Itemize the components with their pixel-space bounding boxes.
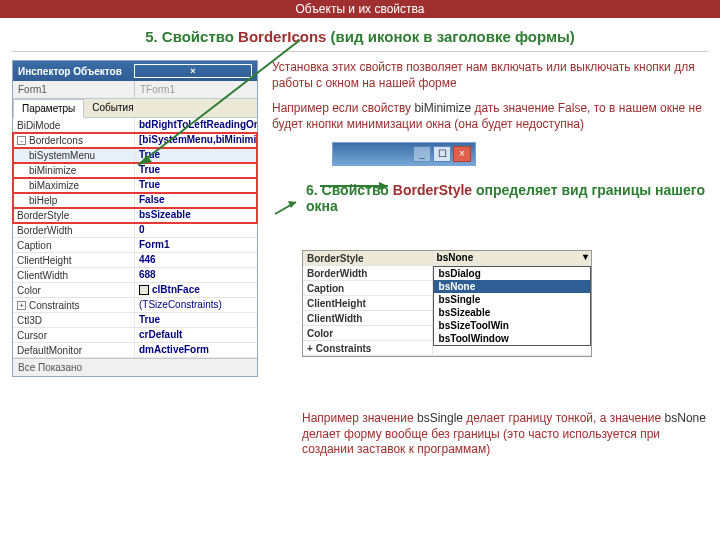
dropdown-item[interactable]: bsSizeable — [434, 306, 590, 319]
property-value[interactable]: 446 — [135, 253, 257, 267]
property-name: ClientHeight — [13, 253, 135, 267]
property-row[interactable]: Ctl3DTrue — [13, 313, 257, 328]
property-value[interactable]: True — [135, 148, 257, 162]
property-name: biHelp — [13, 193, 135, 207]
dropdown-item[interactable]: bsToolWindow — [434, 332, 590, 345]
inspector-footer: Все Показано — [13, 358, 257, 376]
property-row[interactable]: biHelpFalse — [13, 193, 257, 208]
bn-a: Например значение — [302, 411, 417, 425]
snippet-name: ClientHeight — [303, 296, 433, 310]
property-row[interactable]: BiDiModebdRightToLeftReadingOnly — [13, 118, 257, 133]
dropdown-item[interactable]: bsNone — [434, 280, 590, 293]
property-row[interactable]: ClientHeight446 — [13, 253, 257, 268]
window-demo: _ ☐ × — [332, 142, 476, 166]
property-value[interactable]: [biSystemMenu,biMinimize,biMaximi: — [135, 133, 257, 147]
para2-b: biMinimize — [414, 101, 471, 115]
close-button[interactable]: × — [453, 146, 471, 162]
dropdown-item[interactable]: bsSizeToolWin — [434, 319, 590, 332]
h6-num: 6. Свойство — [306, 182, 393, 198]
object-selector[interactable]: Form1 TForm1 — [13, 81, 257, 99]
property-row[interactable]: CursorcrDefault — [13, 328, 257, 343]
heading-5-num: 5. Свойство — [145, 28, 238, 45]
window-demo-wrap: _ ☐ × — [332, 142, 708, 166]
property-value[interactable]: clBtnFace — [135, 283, 257, 297]
property-name: Color — [13, 283, 135, 297]
property-snippet[interactable]: BorderStylebsNone▾bsDialogbsNonebsSingle… — [302, 250, 592, 357]
dropdown-item[interactable]: bsDialog — [434, 267, 590, 280]
property-row[interactable]: BorderStylebsSizeable — [13, 208, 257, 223]
arrow-icon — [272, 184, 300, 244]
snippet-name: ClientWidth — [303, 311, 433, 325]
property-value[interactable]: True — [135, 178, 257, 192]
paragraph-2: Например если свойству biMinimize дать з… — [272, 101, 708, 132]
property-name: Ctl3D — [13, 313, 135, 327]
property-name: biMaximize — [13, 178, 135, 192]
property-row[interactable]: ColorclBtnFace — [13, 283, 257, 298]
snippet-name: Caption — [303, 281, 433, 295]
paragraph-1: Установка этих свойств позволяет нам вкл… — [272, 60, 708, 91]
property-value[interactable]: False — [135, 193, 257, 207]
tab-events[interactable]: События — [84, 99, 141, 117]
property-value[interactable]: dmActiveForm — [135, 343, 257, 357]
property-row[interactable]: biMaximizeTrue — [13, 178, 257, 193]
property-row[interactable]: CaptionForm1 — [13, 238, 257, 253]
chevron-down-icon[interactable]: ▾ — [583, 251, 588, 262]
property-value[interactable]: crDefault — [135, 328, 257, 342]
property-grid[interactable]: BiDiModebdRightToLeftReadingOnly-BorderI… — [13, 118, 257, 358]
property-value[interactable]: bdRightToLeftReadingOnly — [135, 118, 257, 132]
property-row[interactable]: BorderWidth0 — [13, 223, 257, 238]
property-row[interactable]: biSystemMenuTrue — [13, 148, 257, 163]
snippet-name: Color — [303, 326, 433, 340]
bn-e: делает форму вообще без границы (это час… — [302, 427, 660, 457]
property-name: ClientWidth — [13, 268, 135, 282]
property-name: BiDiMode — [13, 118, 135, 132]
property-value[interactable]: 688 — [135, 268, 257, 282]
paragraph-1-text: Установка этих свойств позволяет нам вкл… — [272, 60, 695, 90]
property-row[interactable]: biMinimizeTrue — [13, 163, 257, 178]
para2-a: Например если свойству — [272, 101, 414, 115]
snippet-value[interactable]: bsNone▾bsDialogbsNonebsSinglebsSizeableb… — [433, 251, 591, 265]
property-row[interactable]: +Constraints(TSizeConstraints) — [13, 298, 257, 313]
minimize-button-disabled: _ — [413, 146, 431, 162]
snippet-name: BorderWidth — [303, 266, 433, 280]
inspector-tabs: Параметры События — [13, 99, 257, 118]
expand-icon[interactable]: + — [307, 343, 313, 354]
collapse-icon[interactable]: - — [17, 136, 26, 145]
page-header: Объекты и их свойства — [0, 0, 720, 18]
heading-6: 6. Свойство BorderStyle определяет вид г… — [306, 182, 708, 214]
inspector-title: Инспектор Объектов — [18, 66, 134, 77]
snippet-name: BorderStyle — [303, 251, 433, 265]
tab-properties[interactable]: Параметры — [13, 99, 84, 118]
close-icon[interactable]: × — [134, 64, 252, 78]
property-value[interactable]: True — [135, 313, 257, 327]
snippet-row[interactable]: BorderStylebsNone▾bsDialogbsNonebsSingle… — [303, 251, 591, 266]
heading-5-tail: (вид иконок в заголовке формы) — [326, 28, 574, 45]
property-name: Cursor — [13, 328, 135, 342]
property-row[interactable]: ClientWidth688 — [13, 268, 257, 283]
property-value[interactable]: 0 — [135, 223, 257, 237]
inspector-titlebar[interactable]: Инспектор Объектов × — [13, 61, 257, 81]
property-name: biMinimize — [13, 163, 135, 177]
window-demo-titlebar: _ ☐ × — [333, 143, 475, 165]
dropdown-list[interactable]: bsDialogbsNonebsSinglebsSizeablebsSizeTo… — [433, 266, 591, 346]
snippet-name: +Constraints — [303, 341, 433, 355]
h6-prop: BorderStyle — [393, 182, 472, 198]
property-value[interactable]: Form1 — [135, 238, 257, 252]
selected-object[interactable]: Form1 — [13, 81, 135, 98]
dropdown-item[interactable]: bsSingle — [434, 293, 590, 306]
property-row[interactable]: -BorderIcons[biSystemMenu,biMinimize,biM… — [13, 133, 257, 148]
property-value[interactable]: (TSizeConstraints) — [135, 298, 257, 312]
property-value[interactable]: bsSizeable — [135, 208, 257, 222]
expand-icon[interactable]: + — [17, 301, 26, 310]
bn-b: bsSingle — [417, 411, 463, 425]
object-inspector: Инспектор Объектов × Form1 TForm1 Параме… — [12, 60, 258, 377]
property-name: BorderStyle — [13, 208, 135, 222]
property-name: Caption — [13, 238, 135, 252]
bottom-paragraph: Например значение bsSingle делает границ… — [0, 411, 720, 458]
maximize-button[interactable]: ☐ — [433, 146, 451, 162]
bn-c: делает границу тонкой, а значение — [463, 411, 665, 425]
property-value[interactable]: True — [135, 163, 257, 177]
property-row[interactable]: DefaultMonitordmActiveForm — [13, 343, 257, 358]
selected-class: TForm1 — [135, 81, 257, 98]
property-name: -BorderIcons — [13, 133, 135, 147]
